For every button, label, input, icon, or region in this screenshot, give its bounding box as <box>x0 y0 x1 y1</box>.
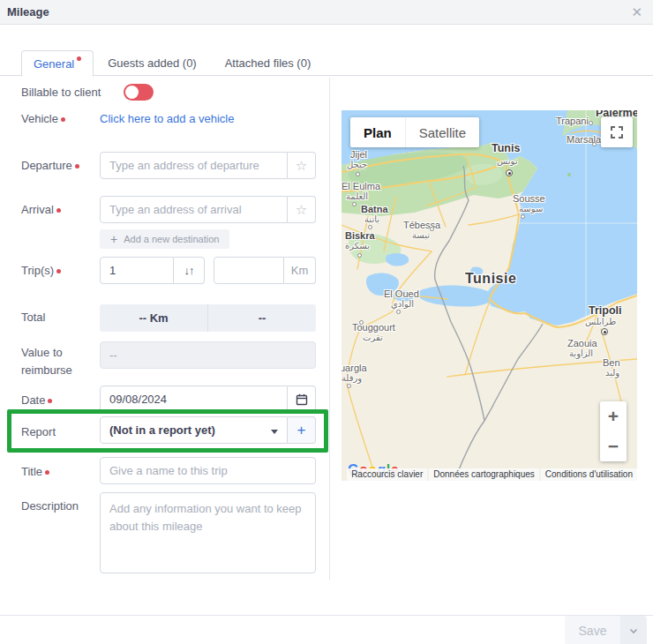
map-satellite-button[interactable]: Satellite <box>405 117 479 147</box>
map-label: Sousse <box>513 193 545 204</box>
city-marker <box>359 320 364 325</box>
zoom-in-button[interactable]: + <box>600 401 627 431</box>
map-label: El Eulma <box>342 181 380 191</box>
calendar-icon <box>295 393 309 407</box>
map-label: Touggourt <box>352 322 395 333</box>
title-label: Title <box>21 465 49 478</box>
map-data-link[interactable]: Données cartographiques <box>429 468 539 481</box>
tab-guests-added[interactable]: Guests added (0) <box>94 50 210 76</box>
departure-input[interactable] <box>100 152 288 179</box>
map-label: uargla <box>342 363 367 373</box>
map-label: Jijel <box>350 149 367 160</box>
google-map[interactable]: PalermeTrapaniMarsalaJijelجيجلEl Eulmaال… <box>342 110 637 481</box>
required-dot <box>61 117 65 122</box>
map-type-control: Plan Satellite <box>350 117 479 147</box>
map-label: Ben <box>603 357 620 368</box>
required-dot <box>48 399 52 403</box>
trips-distance-group: Km <box>214 257 316 284</box>
report-select[interactable]: (Not in a report yet) <box>100 416 288 444</box>
arrival-group: ☆ <box>100 196 316 223</box>
swap-button[interactable]: ↓↑ <box>174 257 205 284</box>
report-label: Report <box>21 425 56 438</box>
chevron-down-icon <box>271 430 278 434</box>
map-label-arabic: باتنة <box>364 214 379 224</box>
departure-label: Departure <box>21 159 79 172</box>
keyboard-shortcuts-link[interactable]: Raccourcis clavier <box>347 468 427 481</box>
map-label-arabic: جيجل <box>347 160 367 169</box>
city-marker <box>589 121 593 125</box>
distance-input[interactable] <box>214 257 284 284</box>
vertical-divider <box>329 78 330 580</box>
tab-attached-files[interactable]: Attached files (0) <box>211 50 326 76</box>
report-selected-value: (Not in a report yet) <box>109 423 215 437</box>
mileage-modal: Mileage ✕ General Guests added (0) Attac… <box>0 0 653 644</box>
total-distance-value: -- Km <box>100 304 208 332</box>
departure-favorite-button[interactable]: ☆ <box>288 152 316 179</box>
arrival-favorite-button[interactable]: ☆ <box>288 196 316 223</box>
map-label-arabic: الوادي <box>391 299 414 309</box>
required-dot <box>75 164 79 168</box>
zoom-out-button[interactable]: − <box>600 431 627 461</box>
required-dot <box>45 470 49 475</box>
map-label-arabic: بسكرة <box>345 241 370 251</box>
required-dot <box>56 208 61 213</box>
city-marker <box>592 142 597 146</box>
tabs: General Guests added (0) Attached files … <box>0 50 653 76</box>
save-button[interactable]: Save <box>565 616 620 644</box>
vehicle-label: Vehicle <box>21 112 65 125</box>
capital-marker <box>601 328 608 335</box>
title-input[interactable] <box>100 457 316 484</box>
save-split-button: Save <box>565 616 647 644</box>
add-report-button[interactable]: + <box>288 416 316 444</box>
terms-link[interactable]: Conditions d'utilisation <box>541 468 637 481</box>
city-marker <box>347 384 351 388</box>
tab-general[interactable]: General <box>21 50 94 77</box>
map-label-arabic: تقرت <box>363 333 383 342</box>
city-marker <box>396 310 401 314</box>
add-vehicle-link[interactable]: Click here to add a vehicle <box>100 112 234 125</box>
map-label-arabic: تونس <box>497 156 517 166</box>
map-label: Trapani <box>556 116 589 126</box>
save-options-button[interactable] <box>620 616 647 644</box>
total-label: Total <box>21 311 45 324</box>
map-label-arabic: ورقلة <box>342 373 362 383</box>
map-label-arabic: طرابلس <box>585 317 616 326</box>
city-marker <box>430 227 434 231</box>
map-plan-button[interactable]: Plan <box>350 117 405 147</box>
map-label: Batna <box>361 204 388 214</box>
arrival-input[interactable] <box>100 196 288 223</box>
date-group <box>100 386 316 413</box>
toggle-knob <box>125 86 139 99</box>
date-label: Date <box>21 393 52 407</box>
city-marker <box>356 172 360 176</box>
map-label-arabic: وليد <box>605 368 619 378</box>
required-dot <box>56 269 61 273</box>
plus-icon: + <box>110 232 117 246</box>
map-label: Tunisie <box>465 271 516 287</box>
date-input[interactable] <box>100 386 288 413</box>
total-panel: -- Km -- <box>100 304 316 332</box>
close-icon[interactable]: ✕ <box>631 4 642 20</box>
city-marker <box>357 253 362 258</box>
calendar-button[interactable] <box>288 386 316 413</box>
billable-toggle[interactable] <box>124 84 154 101</box>
map-label: Tébessa <box>403 220 440 230</box>
modal-title: Mileage <box>7 5 49 19</box>
total-amount-value: -- <box>208 304 316 332</box>
city-marker <box>521 214 525 219</box>
arrival-label: Arrival <box>21 203 61 216</box>
star-icon: ☆ <box>296 202 307 218</box>
add-destination-button[interactable]: + Add a new destination <box>100 229 229 249</box>
billable-label: Billable to client <box>21 86 101 99</box>
trips-count-group: ↓↑ <box>100 257 205 284</box>
map-label-arabic: تبسة <box>412 230 430 240</box>
map-attribution: Raccourcis clavier Données cartographiqu… <box>345 468 637 481</box>
reimburse-label: Value toreimburse <box>21 344 72 379</box>
trips-count-input[interactable] <box>100 257 174 284</box>
description-textarea[interactable] <box>100 492 316 573</box>
fullscreen-button[interactable] <box>601 117 633 147</box>
chevron-down-icon <box>627 625 640 637</box>
trips-label: Trip(s) <box>21 264 61 277</box>
city-marker <box>352 202 357 206</box>
km-unit-suffix: Km <box>284 257 316 284</box>
